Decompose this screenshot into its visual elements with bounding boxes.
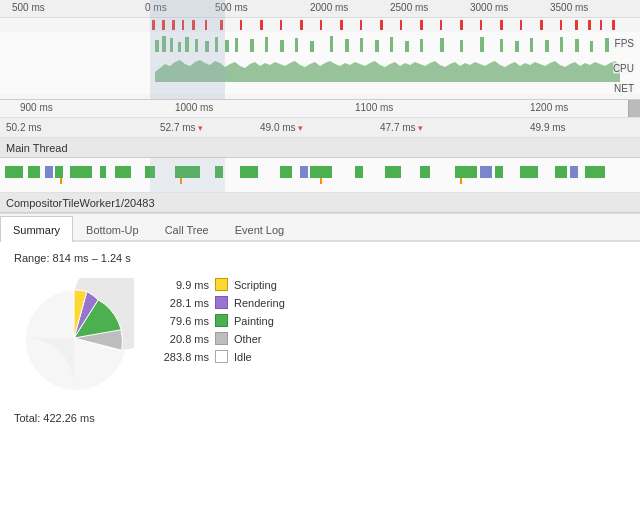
fps-markers-svg <box>0 18 640 32</box>
scripting-ms: 9.9 ms <box>154 279 209 291</box>
scrollbar-handle[interactable] <box>628 100 640 117</box>
main-thread-label: Main Thread <box>6 142 68 154</box>
svg-rect-78 <box>520 166 538 178</box>
svg-rect-80 <box>585 166 605 178</box>
svg-rect-65 <box>100 166 106 178</box>
svg-rect-76 <box>455 166 477 178</box>
svg-rect-16 <box>420 20 423 30</box>
svg-rect-88 <box>460 178 462 184</box>
svg-rect-58 <box>575 39 579 52</box>
svg-rect-4 <box>192 20 195 30</box>
ms-label-49: 49.0 ms ▾ <box>260 122 303 133</box>
main-thread-tracks <box>0 158 640 193</box>
fps-chart <box>0 32 620 54</box>
svg-rect-28 <box>155 40 159 52</box>
svg-rect-66 <box>115 166 131 178</box>
other-swatch <box>215 332 228 345</box>
cpu-label: CPU <box>613 63 636 74</box>
legend-row-painting: 79.6 ms Painting <box>154 314 626 327</box>
time-label-1100: 1100 ms <box>355 102 393 113</box>
svg-rect-42 <box>310 41 314 52</box>
tab-event-log[interactable]: Event Log <box>222 216 298 242</box>
svg-rect-11 <box>320 20 322 30</box>
svg-rect-86 <box>180 178 182 184</box>
svg-rect-62 <box>28 166 40 178</box>
idle-swatch <box>215 350 228 363</box>
svg-rect-83 <box>480 166 492 178</box>
svg-rect-73 <box>355 166 363 178</box>
svg-rect-24 <box>575 20 578 30</box>
svg-rect-18 <box>460 20 463 30</box>
svg-rect-56 <box>545 40 549 52</box>
svg-rect-59 <box>590 41 593 52</box>
cpu-row: CPU <box>0 54 640 82</box>
svg-rect-74 <box>385 166 401 178</box>
svg-rect-27 <box>612 20 615 30</box>
ms-label-47: 47.7 ms ▾ <box>380 122 423 133</box>
svg-rect-82 <box>300 166 308 178</box>
svg-rect-26 <box>600 20 602 30</box>
svg-rect-6 <box>220 20 223 30</box>
time-label-1200: 1200 ms <box>530 102 568 113</box>
main-thread-svg <box>0 158 628 193</box>
ms-label-52: 52.7 ms ▾ <box>160 122 203 133</box>
svg-rect-15 <box>400 20 402 30</box>
idle-name: Idle <box>234 351 252 363</box>
legend-row-rendering: 28.1 ms Rendering <box>154 296 626 309</box>
svg-rect-33 <box>195 39 198 52</box>
ruler-label-500b: 500 ms <box>215 2 248 13</box>
svg-rect-30 <box>170 38 173 52</box>
compositor-header: CompositorTileWorker1/20483 <box>0 193 640 213</box>
svg-rect-43 <box>330 36 333 52</box>
svg-rect-46 <box>375 40 379 52</box>
timeline-ruler: 500 ms 0 ms 500 ms 2000 ms 2500 ms 3000 … <box>0 0 640 18</box>
scripting-name: Scripting <box>234 279 277 291</box>
svg-rect-29 <box>162 36 166 52</box>
svg-rect-52 <box>480 37 484 52</box>
svg-rect-51 <box>460 40 463 52</box>
svg-rect-41 <box>295 38 298 52</box>
chart-legend-area: 9.9 ms Scripting 28.1 ms Rendering 79.6 … <box>14 274 626 398</box>
tab-call-tree[interactable]: Call Tree <box>152 216 222 242</box>
ruler-label-3000: 3000 ms <box>470 2 508 13</box>
legend-row-idle: 283.8 ms Idle <box>154 350 626 363</box>
svg-rect-57 <box>560 37 563 52</box>
tabs-bar: Summary Bottom-Up Call Tree Event Log <box>0 214 640 242</box>
other-ms: 20.8 ms <box>154 333 209 345</box>
pie-chart <box>14 278 134 398</box>
svg-rect-67 <box>145 166 155 178</box>
svg-rect-31 <box>178 42 181 52</box>
svg-rect-1 <box>162 20 165 30</box>
svg-rect-63 <box>55 166 63 178</box>
svg-rect-72 <box>310 166 332 178</box>
arrow-icon-3: ▾ <box>418 123 423 133</box>
svg-rect-54 <box>515 41 519 52</box>
fps-row: FPS <box>0 32 640 54</box>
svg-rect-2 <box>172 20 175 30</box>
svg-rect-35 <box>215 37 218 52</box>
svg-rect-53 <box>500 39 503 52</box>
svg-rect-23 <box>560 20 562 30</box>
arrow-icon-1: ▾ <box>198 123 203 133</box>
svg-rect-61 <box>5 166 23 178</box>
svg-rect-3 <box>182 20 184 30</box>
other-name: Other <box>234 333 262 345</box>
ms-label-49b: 49.9 ms <box>530 122 566 133</box>
tab-bottom-up[interactable]: Bottom-Up <box>73 216 152 242</box>
painting-name: Painting <box>234 315 274 327</box>
main-thread-header: Main Thread <box>0 138 640 158</box>
arrow-icon-2: ▾ <box>298 123 303 133</box>
time-label-1000: 1000 ms <box>175 102 213 113</box>
svg-rect-19 <box>480 20 482 30</box>
timeline-area: 500 ms 0 ms 500 ms 2000 ms 2500 ms 3000 … <box>0 0 640 100</box>
ruler-label-2500: 2500 ms <box>390 2 428 13</box>
rendering-name: Rendering <box>234 297 285 309</box>
net-label: NET <box>614 83 636 94</box>
tab-summary[interactable]: Summary <box>0 216 73 242</box>
svg-rect-77 <box>495 166 503 178</box>
compositor-label: CompositorTileWorker1/20483 <box>6 197 155 209</box>
svg-rect-10 <box>300 20 303 30</box>
fps-label: FPS <box>615 38 636 49</box>
svg-rect-49 <box>420 39 423 52</box>
legend-row-scripting: 9.9 ms Scripting <box>154 278 626 291</box>
